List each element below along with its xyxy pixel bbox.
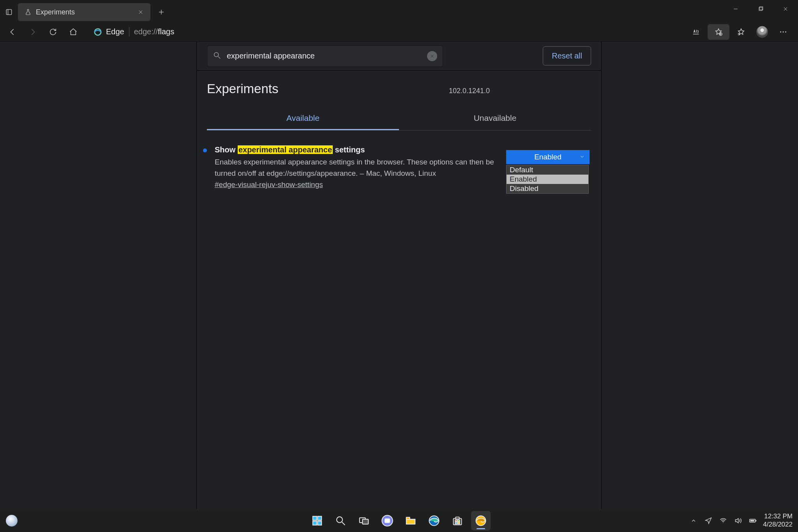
tray-overflow[interactable] xyxy=(689,516,698,525)
tab-available[interactable]: Available xyxy=(207,107,399,130)
svg-point-11 xyxy=(95,28,101,35)
svg-rect-31 xyxy=(362,519,368,524)
svg-rect-45 xyxy=(756,520,757,521)
window-minimize-button[interactable] xyxy=(723,0,748,18)
tray-date: 4/28/2022 xyxy=(763,521,793,528)
svg-point-43 xyxy=(723,522,724,523)
taskbar-chat[interactable] xyxy=(378,511,397,530)
clear-search-button[interactable] xyxy=(427,51,437,61)
task-view[interactable] xyxy=(354,511,374,530)
home-button[interactable] xyxy=(64,24,83,40)
weather-widget[interactable] xyxy=(6,515,18,527)
edge-logo-icon xyxy=(94,28,102,36)
refresh-button[interactable] xyxy=(44,24,62,40)
svg-rect-33 xyxy=(385,519,390,523)
address-url-path: flags xyxy=(158,27,174,36)
read-aloud-button[interactable] xyxy=(687,24,705,40)
svg-rect-7 xyxy=(759,7,762,11)
back-button[interactable] xyxy=(3,24,22,40)
tray-location-icon[interactable] xyxy=(704,516,713,525)
svg-rect-25 xyxy=(318,516,321,520)
forward-button xyxy=(23,24,42,40)
svg-rect-46 xyxy=(750,520,754,521)
flag-title-pre: Show xyxy=(215,145,238,154)
svg-rect-8 xyxy=(760,7,763,10)
browser-toolbar: Edge edge://flags xyxy=(0,22,798,42)
page-content: Reset all Experiments 102.0.1241.0 Avail… xyxy=(0,42,798,509)
flag-state-options: Default Enabled Disabled xyxy=(506,165,589,194)
svg-point-18 xyxy=(783,31,784,32)
svg-rect-39 xyxy=(458,520,460,521)
flag-title-highlight: experimental appearance xyxy=(238,145,333,154)
experiments-tabs: Available Unavailable xyxy=(207,107,591,131)
start-button[interactable] xyxy=(307,511,327,530)
taskbar-edge[interactable] xyxy=(424,511,444,530)
address-bar[interactable]: Edge edge://flags xyxy=(88,24,180,40)
svg-point-17 xyxy=(780,31,781,32)
more-menu-button[interactable] xyxy=(774,24,793,40)
tray-time: 12:32 PM xyxy=(763,513,793,520)
svg-rect-0 xyxy=(6,9,11,14)
profile-button[interactable] xyxy=(753,24,772,40)
flag-title: Show experimental appearance settings xyxy=(215,145,511,154)
window-titlebar: Experiments xyxy=(0,0,798,22)
svg-rect-26 xyxy=(313,521,317,525)
tab-actions-button[interactable] xyxy=(0,3,18,21)
svg-rect-41 xyxy=(458,522,460,524)
search-icon xyxy=(213,51,221,61)
tray-clock[interactable]: 12:32 PM 4/28/2022 xyxy=(763,513,793,528)
taskbar-file-explorer[interactable] xyxy=(401,511,420,530)
taskbar-store[interactable] xyxy=(448,511,467,530)
favorite-button[interactable] xyxy=(708,24,729,40)
svg-rect-27 xyxy=(318,521,321,525)
flag-description: Enables experimental appearance settings… xyxy=(215,157,511,179)
address-url-scheme: edge:// xyxy=(134,27,158,36)
flag-search-box[interactable] xyxy=(207,45,443,67)
flag-anchor-link[interactable]: #edge-visual-rejuv-show-settings xyxy=(215,180,323,189)
tray-volume-icon[interactable] xyxy=(733,516,743,525)
svg-point-28 xyxy=(337,517,343,523)
flag-state-dropdown[interactable]: Enabled xyxy=(506,150,590,164)
flag-state-selected: Enabled xyxy=(534,153,561,161)
option-default[interactable]: Default xyxy=(507,165,588,175)
tray-battery-icon[interactable] xyxy=(748,516,757,525)
option-disabled[interactable]: Disabled xyxy=(507,184,588,193)
modified-indicator-icon xyxy=(203,148,207,152)
chevron-down-icon xyxy=(579,153,585,161)
flag-search-input[interactable] xyxy=(227,51,422,60)
new-tab-button[interactable] xyxy=(153,4,170,21)
taskbar-edge-canary[interactable] xyxy=(471,511,491,530)
window-maximize-button[interactable] xyxy=(748,0,773,18)
reset-all-button[interactable]: Reset all xyxy=(543,46,591,65)
page-title: Experiments xyxy=(207,81,278,96)
address-separator xyxy=(129,27,129,37)
favorites-list-button[interactable] xyxy=(732,24,750,40)
address-site-label: Edge xyxy=(106,27,124,36)
taskbar-search[interactable] xyxy=(331,511,350,530)
flag-title-post: settings xyxy=(333,145,365,154)
option-enabled[interactable]: Enabled xyxy=(507,175,588,184)
svg-rect-36 xyxy=(454,518,462,525)
tab-close-button[interactable] xyxy=(136,7,146,17)
browser-tab[interactable]: Experiments xyxy=(18,3,150,21)
svg-line-29 xyxy=(342,522,345,525)
svg-rect-34 xyxy=(406,517,410,519)
tab-title: Experiments xyxy=(36,8,132,16)
browser-version: 102.0.1241.0 xyxy=(449,87,490,95)
svg-point-19 xyxy=(785,31,786,32)
svg-rect-37 xyxy=(455,517,459,519)
windows-taskbar: 12:32 PM 4/28/2022 xyxy=(0,509,798,532)
svg-line-21 xyxy=(218,56,221,58)
svg-rect-38 xyxy=(455,520,457,521)
svg-point-20 xyxy=(214,52,219,57)
window-close-button[interactable] xyxy=(773,0,798,18)
avatar-icon xyxy=(756,26,768,38)
flag-item: Show experimental appearance settings En… xyxy=(197,131,601,189)
tray-wifi-icon[interactable] xyxy=(719,516,728,525)
svg-rect-40 xyxy=(455,522,457,524)
tab-unavailable[interactable]: Unavailable xyxy=(399,107,591,130)
svg-rect-24 xyxy=(313,516,317,520)
flask-icon xyxy=(24,8,32,16)
